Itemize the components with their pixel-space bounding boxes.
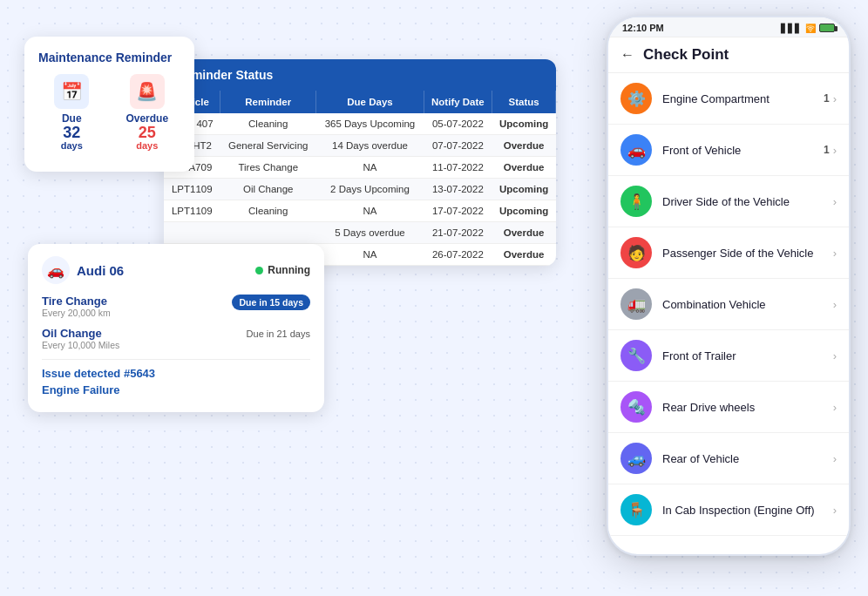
phone-notch: 12:10 PM ▋▋▋ 🛜 bbox=[608, 17, 849, 37]
cell-due-days: NA bbox=[316, 157, 424, 179]
checkpoint-item[interactable]: ⚙️ Engine Compartment 1 › bbox=[608, 73, 849, 125]
cell-reminder: Tires Change bbox=[220, 157, 316, 179]
cell-notify-date: 21-07-2022 bbox=[424, 222, 492, 244]
checkpoint-label-8: In Cab Inspection (Engine Off) bbox=[662, 504, 833, 517]
col-notify-date: Notify Date bbox=[424, 91, 492, 113]
wifi-icon: 🛜 bbox=[805, 24, 816, 33]
calendar-icon: 📅 bbox=[54, 74, 89, 109]
overdue-value: 25 bbox=[139, 125, 156, 140]
checkpoint-label-3: Passenger Side of the Vehicle bbox=[662, 247, 833, 260]
cell-status: Upcoming bbox=[492, 200, 556, 222]
reminder-card-title: Maintenance Reminder bbox=[38, 51, 180, 65]
col-status: Status bbox=[492, 91, 556, 113]
col-reminder: Reminder bbox=[220, 91, 316, 113]
overdue-block: 🚨 Overdue 25 days bbox=[114, 74, 181, 151]
chevron-icon-8: › bbox=[833, 504, 837, 517]
cell-due-days: NA bbox=[316, 200, 424, 222]
due-label: Due bbox=[62, 112, 82, 125]
phone-time: 12:10 PM bbox=[622, 23, 664, 33]
vehicle-card-header: 🚗 Audi 06 Running bbox=[42, 256, 310, 284]
running-dot bbox=[255, 267, 263, 274]
cell-notify-date: 07-07-2022 bbox=[424, 135, 492, 157]
overdue-unit: days bbox=[136, 140, 158, 151]
oil-due-block: Due in 21 days bbox=[247, 327, 310, 339]
table-row: 5 Days overdue 21-07-2022 Overdue bbox=[164, 222, 556, 244]
reminder-table-card: Reminder Status Vehicle Reminder Due Day… bbox=[164, 59, 556, 266]
oil-due-text: Due in 21 days bbox=[247, 328, 310, 339]
reminder-table: Vehicle Reminder Due Days Notify Date St… bbox=[164, 91, 556, 266]
checkpoint-label-4: Combination Vehicle bbox=[662, 298, 833, 311]
oil-change-item: Oil Change Every 10,000 Miles Due in 21 … bbox=[42, 327, 310, 350]
col-due-days: Due Days bbox=[316, 91, 424, 113]
checkpoint-label-7: Rear of Vehicle bbox=[662, 452, 833, 465]
tire-due-badge: Due in 15 days bbox=[232, 295, 310, 310]
vehicle-name: Audi 06 bbox=[77, 263, 124, 278]
back-button[interactable]: ← bbox=[620, 47, 634, 63]
cell-status: Upcoming bbox=[492, 113, 556, 135]
cell-status: Overdue bbox=[492, 244, 556, 266]
tire-change-info: Tire Change Every 20,000 km bbox=[42, 295, 111, 318]
cell-status: Overdue bbox=[492, 222, 556, 244]
checkpoint-label-5: Front of Trailer bbox=[662, 349, 833, 362]
tire-change-item: Tire Change Every 20,000 km Due in 15 da… bbox=[42, 295, 310, 318]
checkpoint-item[interactable]: 🚛 Combination Vehicle › bbox=[608, 279, 849, 330]
due-unit: days bbox=[61, 140, 83, 151]
cell-reminder: Cleaning bbox=[220, 200, 316, 222]
signal-icon: ▋▋▋ bbox=[781, 24, 802, 33]
cell-reminder: Cleaning bbox=[220, 113, 316, 135]
phone-mockup: 12:10 PM ▋▋▋ 🛜 ← Check Point ⚙️ Engine C… bbox=[607, 16, 851, 556]
cell-vehicle bbox=[164, 222, 220, 244]
checkpoint-icon-5: 🔧 bbox=[620, 340, 652, 371]
chevron-icon-1: › bbox=[833, 144, 837, 157]
checkpoint-item[interactable]: 🔧 Front of Trailer › bbox=[608, 330, 849, 382]
cell-notify-date: 26-07-2022 bbox=[424, 244, 492, 266]
checkpoint-item[interactable]: 🚙 Rear of Vehicle › bbox=[608, 433, 849, 484]
divider bbox=[42, 359, 310, 360]
checkpoint-icon-6: 🔩 bbox=[620, 391, 652, 423]
checkpoint-item[interactable]: 🧑 Passenger Side of the Vehicle › bbox=[608, 227, 849, 279]
table-row: LPT1109 Oil Change 2 Days Upcoming 13-07… bbox=[164, 179, 556, 200]
table-row: TATA 407 Cleaning 365 Days Upcoming 05-0… bbox=[164, 113, 556, 135]
issue-detected: Issue detected #5643 bbox=[42, 367, 310, 380]
vehicle-icon: 🚗 bbox=[42, 256, 70, 284]
vehicle-card: 🚗 Audi 06 Running Tire Change Every 20,0… bbox=[28, 244, 324, 412]
app-title: Check Point bbox=[643, 46, 729, 64]
reminder-card: Maintenance Reminder 📅 Due 32 days 🚨 Ove… bbox=[24, 37, 194, 172]
battery-icon bbox=[819, 24, 835, 32]
checkpoint-icon-3: 🧑 bbox=[620, 237, 652, 268]
table-row: TATA709 Tires Change NA 11-07-2022 Overd… bbox=[164, 157, 556, 179]
due-block: 📅 Due 32 days bbox=[38, 74, 105, 151]
checkpoint-icon-7: 🚙 bbox=[620, 443, 652, 474]
checkpoint-item[interactable]: 🚗 Front of Vehicle 1 › bbox=[608, 125, 849, 176]
checkpoint-label-0: Engine Compartment bbox=[662, 92, 824, 105]
cell-reminder bbox=[220, 222, 316, 244]
oil-change-sub: Every 10,000 Miles bbox=[42, 340, 119, 350]
cell-due-days: NA bbox=[316, 244, 424, 266]
checkpoint-item[interactable]: 🔩 Rear Drive wheels › bbox=[608, 382, 849, 433]
tire-change-sub: Every 20,000 km bbox=[42, 308, 111, 318]
cell-status: Upcoming bbox=[492, 179, 556, 200]
checkpoint-icon-8: 🪑 bbox=[620, 494, 652, 525]
due-value: 32 bbox=[63, 125, 80, 140]
chevron-icon-2: › bbox=[833, 195, 837, 208]
reminder-icons-row: 📅 Due 32 days 🚨 Overdue 25 days bbox=[38, 74, 180, 151]
phone-app-header: ← Check Point bbox=[608, 37, 849, 73]
chevron-icon-3: › bbox=[833, 247, 837, 260]
checkpoint-item[interactable]: 🪑 In Cab Inspection (Engine Off) › bbox=[608, 484, 849, 536]
vehicle-name-row: 🚗 Audi 06 bbox=[42, 256, 124, 284]
checkpoint-item[interactable]: 🧍 Driver Side of the Vehicle › bbox=[608, 176, 849, 227]
oil-change-info: Oil Change Every 10,000 Miles bbox=[42, 327, 119, 350]
checkpoint-icon-1: 🚗 bbox=[620, 134, 652, 166]
oil-change-label: Oil Change bbox=[42, 327, 119, 340]
chevron-icon-6: › bbox=[833, 401, 837, 414]
cell-status: Overdue bbox=[492, 157, 556, 179]
checkpoint-item[interactable]: 🔑 In Cab Inspection (Engine On) › bbox=[608, 536, 849, 540]
checkpoint-list: ⚙️ Engine Compartment 1 › 🚗 Front of Veh… bbox=[608, 73, 849, 540]
engine-failure: Engine Failure bbox=[42, 383, 310, 396]
running-label: Running bbox=[268, 264, 310, 276]
tire-due-block: Due in 15 days bbox=[232, 295, 310, 310]
cell-due-days: 365 Days Upcoming bbox=[316, 113, 424, 135]
phone-status-icons: ▋▋▋ 🛜 bbox=[781, 24, 835, 33]
checkpoint-label-1: Front of Vehicle bbox=[662, 144, 824, 157]
cell-notify-date: 05-07-2022 bbox=[424, 113, 492, 135]
